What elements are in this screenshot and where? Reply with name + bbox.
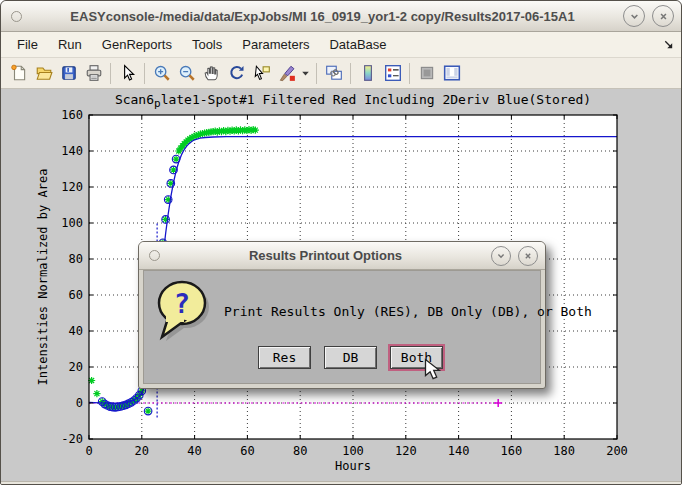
res-button[interactable]: Res	[258, 346, 311, 369]
window-titlebar: EASYconsole-/media/data/ExpJobs/MI 16_09…	[1, 1, 681, 32]
svg-text:100: 100	[342, 444, 364, 458]
menu-item-file[interactable]: File	[7, 34, 48, 55]
toolbar-separator	[409, 63, 410, 84]
toolbar-separator	[350, 63, 351, 84]
svg-text:-20: -20	[61, 432, 83, 446]
new-document-icon[interactable]	[6, 61, 31, 86]
svg-text:180: 180	[553, 444, 575, 458]
svg-text:Hours: Hours	[335, 459, 371, 473]
window-menu-dot[interactable]	[11, 11, 22, 22]
rotate-3d-icon[interactable]	[224, 61, 249, 86]
svg-text:40: 40	[187, 444, 201, 458]
dock-figure-icon[interactable]	[662, 38, 675, 51]
easyconsole-window: EASYconsole-/media/data/ExpJobs/MI 16_09…	[0, 0, 682, 485]
window-title: EASYconsole-/media/data/ExpJobs/MI 16_09…	[22, 9, 623, 24]
brush-dropdown-icon[interactable]	[299, 61, 312, 86]
brush-data-icon[interactable]	[274, 61, 299, 86]
hide-plot-tools-icon[interactable]	[414, 61, 439, 86]
pan-hand-icon[interactable]	[199, 61, 224, 86]
svg-text:120: 120	[61, 180, 83, 194]
dialog-close-button[interactable]	[518, 246, 538, 266]
menu-item-tools[interactable]: Tools	[182, 34, 232, 55]
svg-text:140: 140	[448, 444, 470, 458]
insert-legend-icon[interactable]	[380, 61, 405, 86]
toolbar-separator	[144, 63, 145, 84]
svg-text:80: 80	[69, 252, 83, 266]
dialog-message: Print Results Only (RES), DB Only (DB), …	[224, 304, 592, 319]
toolbar	[1, 58, 681, 89]
zoom-in-icon[interactable]	[149, 61, 174, 86]
window-bottom-edge	[1, 481, 681, 485]
svg-text:100: 100	[61, 216, 83, 230]
svg-text:?: ?	[174, 288, 190, 319]
print-figure-icon[interactable]	[81, 61, 106, 86]
dialog-title: Results Printout Options	[160, 248, 491, 263]
figure-area: 020406080100120140160180200-200204060801…	[1, 89, 681, 481]
toolbar-separator	[316, 63, 317, 84]
open-file-icon[interactable]	[31, 61, 56, 86]
svg-text:60: 60	[69, 288, 83, 302]
insert-colorbar-icon[interactable]	[355, 61, 380, 86]
svg-text:20: 20	[135, 444, 149, 458]
svg-text:Intensities Normalized by Area: Intensities Normalized by Area	[36, 169, 50, 386]
db-button[interactable]: DB	[324, 346, 377, 369]
menu-item-parameters[interactable]: Parameters	[232, 34, 319, 55]
data-cursor-icon[interactable]	[249, 61, 274, 86]
svg-text:120: 120	[395, 444, 417, 458]
dialog-titlebar: Results Printout Options	[139, 242, 545, 270]
close-button[interactable]	[652, 5, 674, 27]
svg-text:140: 140	[61, 144, 83, 158]
edit-plot-arrow-icon[interactable]	[115, 61, 140, 86]
menu-item-genreports[interactable]: GenReports	[92, 34, 182, 55]
svg-text:40: 40	[69, 324, 83, 338]
svg-text:0: 0	[85, 444, 92, 458]
show-plot-tools-icon[interactable]	[439, 61, 464, 86]
chevron-down-icon	[496, 251, 506, 261]
svg-text:160: 160	[61, 108, 83, 122]
chevron-down-icon	[629, 11, 640, 22]
dialog-menu-dot[interactable]	[149, 250, 160, 261]
both-button[interactable]: Both	[390, 346, 443, 369]
close-icon	[658, 11, 669, 22]
dialog-minimize-button[interactable]	[491, 246, 511, 266]
save-figure-icon[interactable]	[56, 61, 81, 86]
toolbar-separator	[110, 63, 111, 84]
svg-text:80: 80	[293, 444, 307, 458]
results-printout-dialog: Results Printout Options ?	[138, 241, 546, 389]
menu-bar: FileRunGenReportsToolsParametersDataBase	[1, 32, 681, 58]
minimize-button[interactable]	[623, 5, 645, 27]
menu-item-run[interactable]: Run	[48, 34, 92, 55]
close-icon	[523, 251, 533, 261]
svg-text:200: 200	[606, 444, 628, 458]
question-balloon-icon: ?	[156, 279, 218, 355]
svg-text:20: 20	[69, 360, 83, 374]
svg-text:160: 160	[501, 444, 523, 458]
link-plots-icon[interactable]	[321, 61, 346, 86]
dialog-body: ? Print Results Only (RES), DB Only (DB)…	[143, 270, 541, 384]
zoom-out-icon[interactable]	[174, 61, 199, 86]
menu-item-database[interactable]: DataBase	[319, 34, 396, 55]
svg-text:0: 0	[76, 396, 83, 410]
svg-text:Scan6p​late1-Spot#1 Filtered R: Scan6p​late1-Spot#1 Filtered Red Includi…	[115, 92, 591, 110]
svg-text:60: 60	[240, 444, 254, 458]
